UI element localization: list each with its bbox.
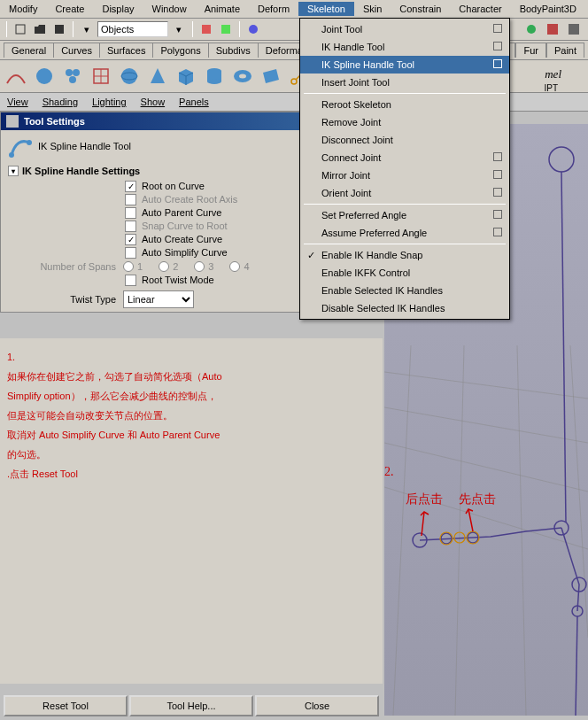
close-button[interactable]: Close — [255, 695, 379, 716]
menu-constrain[interactable]: Constrain — [391, 2, 450, 16]
options-box-icon[interactable] — [493, 228, 502, 236]
tab-curves[interactable]: Curves — [53, 43, 100, 58]
menu-modify[interactable]: Modify — [0, 2, 46, 16]
menu-window[interactable]: Window — [143, 2, 196, 16]
chk-auto-create-root-axis[interactable] — [125, 194, 136, 205]
tab-subdivs[interactable]: Subdivs — [208, 43, 259, 58]
menu-animate[interactable]: Animate — [196, 2, 249, 16]
twist-type-select[interactable]: Linear — [123, 290, 194, 308]
svg-line-28 — [384, 407, 588, 443]
options-box-icon[interactable] — [493, 170, 502, 179]
svg-rect-2 — [202, 25, 211, 34]
annotation-2-after: 后点击 — [406, 492, 443, 507]
menu-deform[interactable]: Deform — [249, 2, 298, 16]
open-folder-icon[interactable] — [31, 20, 49, 38]
options-box-icon[interactable] — [493, 24, 502, 33]
options-box-icon[interactable] — [493, 188, 502, 197]
section-title: IK Spline Handle Settings — [22, 166, 140, 176]
menu-display[interactable]: Display — [93, 2, 143, 16]
chk-auto-simplify-curve[interactable] — [125, 247, 136, 259]
panel-lighting[interactable]: Lighting — [85, 95, 134, 109]
shelf-torus-icon[interactable] — [230, 64, 255, 89]
mi-enable-sel[interactable]: Enable Selected IK Handles — [300, 282, 509, 299]
radio-1[interactable] — [123, 261, 134, 272]
new-scene-icon[interactable] — [12, 20, 29, 38]
mel-badge: mel — [545, 67, 561, 81]
menu-skin[interactable]: Skin — [354, 2, 391, 16]
mi-remove[interactable]: Remove Joint — [300, 113, 509, 131]
options-box-icon[interactable] — [493, 152, 502, 161]
svg-rect-1 — [55, 25, 64, 34]
mi-reroot[interactable]: Reroot Skeleton — [300, 96, 509, 113]
menu-bodypaint3d[interactable]: BodyPaint3D — [511, 2, 585, 16]
options-box-icon[interactable] — [493, 59, 502, 68]
shelf-lattice-icon[interactable] — [89, 64, 113, 89]
options-box-icon[interactable] — [493, 210, 502, 219]
mi-enable-snap[interactable]: ✓Enable IK Handle Snap — [300, 246, 509, 264]
dropdown-arrow-icon[interactable]: ▾ — [170, 20, 188, 38]
shelf-plane-icon[interactable] — [259, 64, 283, 89]
mi-disconnect[interactable]: Disconnect Joint — [300, 131, 509, 149]
panel-view[interactable]: View — [0, 95, 35, 109]
shelf-cylinder-icon[interactable] — [202, 64, 227, 89]
mi-ik-handle-tool[interactable]: IK Handle Tool — [300, 38, 509, 56]
mi-set-pref[interactable]: Set Preferred Angle — [300, 206, 509, 224]
mi-enable-ikfk[interactable]: Enable IKFK Control — [300, 264, 509, 282]
twist-type-label: Twist Type — [8, 294, 123, 305]
mi-connect[interactable]: Connect Joint — [300, 149, 509, 166]
mi-insert-joint-tool[interactable]: Insert Joint Tool — [300, 74, 509, 91]
lbl-auto-parent-curve: Auto Parent Curve — [142, 207, 222, 219]
chk-snap-curve-to-root[interactable] — [125, 221, 136, 232]
main-menubar: Modify Create Display Window Animate Def… — [0, 0, 588, 19]
shelf-cube-icon[interactable] — [174, 64, 198, 89]
shelf-curve-icon[interactable] — [4, 64, 28, 89]
chk-root-twist-mode[interactable] — [125, 275, 136, 286]
menu-character[interactable]: Character — [450, 2, 510, 16]
history-icon[interactable] — [545, 22, 563, 40]
mi-assume-pref[interactable]: Assume Preferred Angle — [300, 224, 509, 242]
mi-joint-tool[interactable]: Joint Tool — [300, 20, 509, 38]
chk-root-on-curve[interactable] — [125, 181, 136, 192]
panel-panels[interactable]: Panels — [172, 95, 216, 109]
menu-skeleton[interactable]: Skeleton — [298, 2, 354, 16]
lbl-auto-create-curve: Auto Create Curve — [142, 234, 222, 245]
mi-orient[interactable]: Orient Joint — [300, 184, 509, 202]
chk-auto-parent-curve[interactable] — [125, 207, 136, 219]
mi-ik-spline-handle-tool[interactable]: IK Spline Handle Tool — [300, 56, 509, 74]
options-box-icon[interactable] — [493, 42, 502, 50]
radio-4[interactable] — [229, 261, 240, 272]
svg-point-21 — [239, 74, 246, 79]
shelf-cluster-icon[interactable] — [60, 64, 85, 89]
tab-fur[interactable]: Fur — [515, 43, 546, 58]
tool-help-button[interactable]: Tool Help... — [129, 695, 253, 716]
render-icon[interactable] — [567, 22, 584, 40]
reset-tool-button[interactable]: Reset Tool — [4, 695, 128, 716]
selection-mode-combo[interactable] — [97, 21, 168, 37]
save-icon[interactable] — [50, 20, 68, 38]
panel-show[interactable]: Show — [134, 95, 173, 109]
lbl-root-twist-mode: Root Twist Mode — [142, 275, 214, 286]
mask-icon-2[interactable] — [217, 20, 235, 38]
mask-icon-3[interactable] — [244, 20, 262, 38]
panel-shading[interactable]: Shading — [35, 95, 85, 109]
shelf-sphere-icon[interactable] — [32, 64, 57, 89]
shelf-cone-icon[interactable] — [145, 64, 170, 89]
mask-icon-1[interactable] — [197, 20, 215, 38]
chk-auto-create-curve[interactable] — [125, 234, 136, 245]
annotation-2-num: 2. — [384, 465, 394, 479]
menu-create[interactable]: Create — [46, 2, 93, 16]
tab-surfaces[interactable]: Surfaces — [99, 43, 153, 58]
radio-3[interactable] — [194, 261, 205, 272]
dropdown-icon[interactable]: ▾ — [78, 20, 96, 38]
tab-general[interactable]: General — [4, 43, 54, 58]
svg-line-29 — [384, 443, 588, 492]
mi-disable-sel[interactable]: Disable Selected IK Handles — [300, 299, 509, 317]
tab-polygons[interactable]: Polygons — [152, 43, 208, 58]
snap-icon[interactable] — [524, 22, 542, 40]
tab-paint[interactable]: Paint — [546, 43, 584, 58]
shelf-sphere2-icon[interactable] — [117, 64, 142, 89]
radio-2[interactable] — [159, 261, 169, 272]
collapse-toggle-icon[interactable]: ▾ — [8, 166, 19, 176]
maya-icon — [6, 115, 19, 128]
mi-mirror[interactable]: Mirror Joint — [300, 166, 509, 184]
